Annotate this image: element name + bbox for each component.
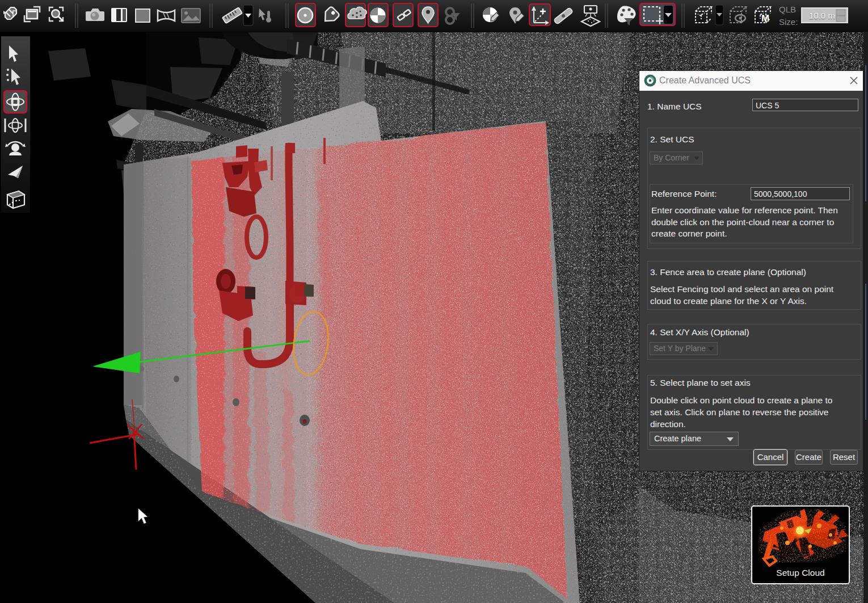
svg-text:10.0 m: 10.0 m: [809, 11, 835, 20]
svg-text:QLB: QLB: [779, 5, 796, 14]
svg-text:M: M: [761, 13, 769, 24]
svg-text:Size:: Size:: [779, 17, 798, 27]
